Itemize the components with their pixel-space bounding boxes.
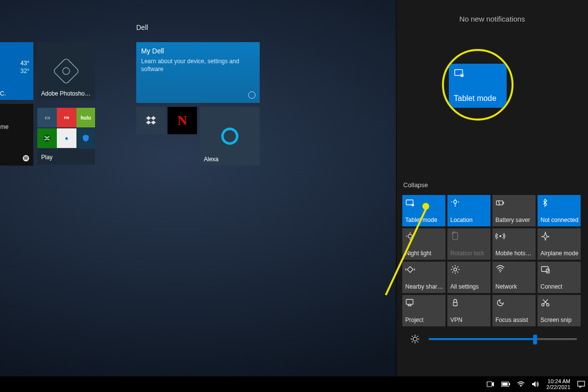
nearby-icon (405, 265, 415, 274)
quick-action-label: Not connected (540, 217, 579, 223)
wifi-icon[interactable] (517, 381, 525, 387)
mini-tile-expand[interactable]: ▭ (37, 108, 57, 127)
tile-label: Alexa (204, 156, 256, 163)
mini-tile-friends[interactable]: FR (57, 108, 76, 127)
action-center-icon[interactable] (577, 381, 585, 388)
brightness-row (410, 334, 577, 344)
quick-action-vpn[interactable]: VPN (447, 295, 490, 326)
brightness-icon (410, 334, 420, 344)
weather-hi: 43° (21, 60, 29, 67)
quick-action-hotspot[interactable]: Mobile hotspot (492, 228, 536, 260)
svg-rect-28 (546, 269, 549, 273)
tile-play-group[interactable]: ▭ FR hulu ♠ Play (37, 104, 95, 166)
svg-rect-43 (487, 382, 492, 387)
quick-action-label: Project (405, 317, 443, 323)
taskbar-date: 2/22/2021 (546, 384, 570, 390)
bluetooth-icon (540, 198, 550, 208)
friends-icon: FR (64, 116, 70, 120)
quick-action-label: Nearby sharing (405, 283, 443, 290)
no-notifications-text: No new notifications (396, 0, 588, 23)
quick-action-rotation[interactable]: Rotation lock (447, 228, 490, 260)
quick-action-nearby[interactable]: Nearby sharing (402, 262, 445, 293)
quick-action-snip[interactable]: Screen snip (538, 295, 581, 326)
tablet-icon (454, 68, 465, 78)
rotation-icon (450, 231, 460, 241)
tile-group-label-dell: Dell (136, 24, 148, 31)
quick-action-connect[interactable]: Connect (538, 262, 581, 293)
weather-city: gton, D.C. (0, 90, 29, 97)
brightness-fill (429, 338, 535, 340)
hulu-icon: hulu (80, 115, 91, 121)
tile-spotify[interactable]: sic at home e go. (0, 104, 33, 166)
mini-tile-xbox[interactable] (37, 128, 57, 148)
quick-action-airplane[interactable]: Airplane mode (538, 228, 581, 260)
svg-point-7 (454, 200, 457, 203)
quick-action-label: Location (450, 217, 489, 223)
svg-rect-0 (54, 59, 78, 83)
tile-dropbox[interactable] (136, 107, 166, 134)
svg-rect-30 (453, 302, 457, 306)
svg-rect-46 (502, 383, 508, 386)
quick-action-network[interactable]: Network (492, 262, 536, 293)
svg-point-16 (499, 235, 501, 237)
netflix-icon: N (177, 113, 187, 128)
svg-point-4 (248, 92, 255, 98)
taskbar-clock[interactable]: 10:24 AM 2/22/2021 (546, 378, 570, 390)
meet-now-icon[interactable] (487, 381, 494, 388)
vpn-icon (450, 298, 460, 308)
quick-action-label: All settings (450, 283, 489, 290)
svg-point-5 (222, 129, 237, 144)
mydell-title: My Dell (141, 47, 164, 55)
quick-action-focus[interactable]: Focus assist (492, 295, 536, 326)
settings-icon (450, 265, 460, 274)
callout-magnifier: Tablet mode (442, 49, 514, 121)
mydell-sub: Learn about your device, settings and so… (141, 58, 250, 73)
volume-icon[interactable] (532, 381, 539, 388)
tile-photoshop[interactable]: Adobe Photoshop… (37, 42, 95, 100)
brightness-thumb[interactable] (533, 335, 537, 344)
aperture-icon (54, 59, 78, 83)
quick-action-label: VPN (450, 317, 489, 323)
card-icon: ♠ (65, 135, 68, 142)
battery-icon[interactable] (501, 382, 510, 387)
quick-action-bluetooth[interactable]: Not connected (538, 195, 581, 226)
mini-tile-solitaire[interactable]: ♠ (57, 128, 76, 148)
quick-action-settings[interactable]: All settings (447, 262, 490, 293)
mini-tile-hulu[interactable]: hulu (76, 108, 95, 127)
dropbox-icon (146, 116, 156, 125)
spotify-icon (23, 155, 29, 162)
svg-point-47 (520, 386, 521, 387)
tile-mydell[interactable]: My Dell Learn about your device, setting… (136, 42, 260, 103)
tile-netflix[interactable]: N (168, 107, 197, 134)
svg-line-39 (417, 342, 418, 343)
quick-action-label: Focus assist (495, 317, 534, 323)
network-icon (495, 265, 505, 274)
callout-dot (422, 203, 429, 210)
start-tiles-area: Dell 43° 32° gton, D.C. Adobe Photoshop…… (0, 0, 265, 176)
tablet-icon (405, 198, 415, 208)
dell-logo-icon (248, 91, 256, 99)
quick-action-battery[interactable]: Battery saver (492, 195, 536, 226)
mini-tile-shield[interactable] (76, 128, 95, 148)
svg-point-32 (547, 304, 549, 306)
callout-label: Tablet mode (454, 94, 496, 103)
svg-line-40 (412, 342, 413, 343)
quick-action-label: Airplane mode (540, 250, 579, 257)
svg-rect-48 (578, 381, 585, 386)
svg-line-23 (457, 271, 458, 272)
spotify-line1: sic at home (0, 123, 8, 130)
quick-action-label: Rotation lock (450, 250, 489, 257)
focus-icon (495, 298, 505, 308)
tile-weather[interactable]: 43° 32° gton, D.C. (0, 42, 33, 100)
svg-rect-9 (503, 202, 504, 204)
tile-alexa[interactable]: Alexa (200, 107, 260, 166)
quick-action-project[interactable]: Project (402, 295, 445, 326)
svg-point-2 (23, 155, 29, 162)
quick-actions-grid: Tablet modeLocationBattery saverNot conn… (402, 195, 584, 326)
svg-rect-29 (406, 299, 413, 304)
collapse-link[interactable]: Collapse (403, 181, 428, 189)
quick-action-location[interactable]: Location (447, 195, 490, 226)
brightness-slider[interactable] (429, 338, 577, 340)
weather-lo: 32° (21, 68, 29, 74)
airplane-icon (540, 231, 550, 241)
